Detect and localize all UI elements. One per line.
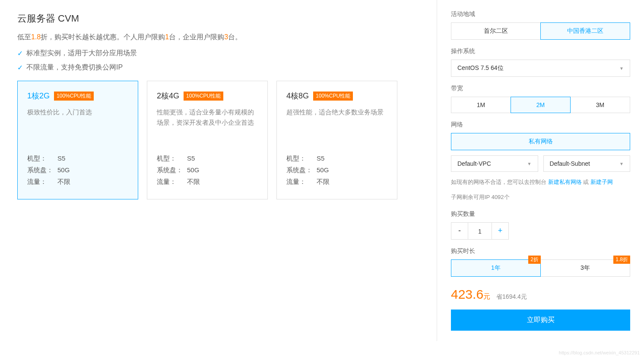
- discount-badge: 1.8折: [613, 256, 630, 264]
- region-option-hongkong[interactable]: 中国香港二区: [540, 22, 630, 40]
- network-type-private[interactable]: 私有网络: [451, 133, 630, 150]
- card-spec: 2核4G: [157, 91, 179, 101]
- buy-now-button[interactable]: 立即购买: [451, 310, 630, 331]
- card-spec: 4核8G: [286, 91, 309, 101]
- os-select[interactable]: CentOS 7.5 64位 ▼: [451, 60, 630, 77]
- cpu-badge: 100%CPU性能: [313, 92, 353, 101]
- quantity-label: 购买数量: [451, 210, 630, 218]
- network-hint: 如现有的网络不合适，您可以去控制台 新建私有网络 或 新建子网: [451, 177, 630, 187]
- duration-option-1y[interactable]: 1年 2折: [451, 259, 541, 277]
- card-disk: 系统盘：50G: [157, 166, 258, 174]
- caret-down-icon: ▼: [527, 161, 532, 166]
- discount-badge: 2折: [528, 256, 541, 264]
- card-desc: 极致性价比，入门首选: [27, 107, 128, 137]
- bw-option-2m[interactable]: 2M: [511, 97, 571, 113]
- network-label: 网络: [451, 121, 630, 129]
- caret-down-icon: ▼: [619, 161, 624, 166]
- check-icon: ✓: [17, 63, 23, 72]
- region-label: 活动地域: [451, 10, 630, 18]
- check-icon: ✓: [17, 49, 23, 57]
- duration-option-3y[interactable]: 3年 1.8折: [540, 259, 630, 277]
- bandwidth-label: 带宽: [451, 85, 630, 92]
- qty-plus-button[interactable]: +: [492, 222, 509, 240]
- region-option-seoul[interactable]: 首尔二区: [451, 22, 541, 40]
- bw-option-3m[interactable]: 3M: [570, 97, 630, 113]
- feature-row: ✓ 不限流量，支持免费切换公网IP: [17, 63, 419, 72]
- vpc-value: Default-VPC: [457, 160, 491, 167]
- card-model: 机型：S5: [286, 155, 387, 163]
- spec-card-1c2g[interactable]: 1核2G 100%CPU性能 极致性价比，入门首选 机型：S5 系统盘：50G …: [17, 81, 138, 199]
- create-vpc-link[interactable]: 新建私有网络: [548, 179, 582, 185]
- subnet-value: Default-Subnet: [550, 160, 590, 167]
- page-title: 云服务器 CVM: [17, 12, 419, 25]
- os-value: CentOS 7.5 64位: [457, 64, 504, 72]
- card-disk: 系统盘：50G: [27, 166, 128, 174]
- vpc-select[interactable]: Default-VPC ▼: [451, 155, 538, 172]
- card-spec: 1核2G: [27, 91, 50, 101]
- card-desc: 超强性能，适合绝大多数业务场景: [286, 107, 387, 137]
- card-desc: 性能更强，适合业务量小有规模的场景，资深开发者及中小企业首选: [157, 107, 258, 137]
- spec-card-4c8g[interactable]: 4核8G 100%CPU性能 超强性能，适合绝大多数业务场景 机型：S5 系统盘…: [276, 81, 397, 199]
- cpu-badge: 100%CPU性能: [54, 92, 94, 101]
- card-flow: 流量：不限: [286, 178, 387, 186]
- duration-label: 购买时长: [451, 247, 630, 255]
- qty-value[interactable]: 1: [468, 222, 492, 240]
- feature-row: ✓ 标准型实例，适用于大部分应用场景: [17, 49, 419, 58]
- page-subtitle: 低至1.8折，购买时长越长越优惠。个人用户限购1台，企业用户限购3台。: [17, 33, 419, 42]
- caret-down-icon: ▼: [619, 66, 624, 71]
- card-flow: 流量：不限: [157, 178, 258, 186]
- spec-card-2c4g[interactable]: 2核4G 100%CPU性能 性能更强，适合业务量小有规模的场景，资深开发者及中…: [147, 81, 268, 199]
- saving-text: 省1694.4元: [496, 293, 527, 301]
- cpu-badge: 100%CPU性能: [184, 92, 223, 101]
- card-disk: 系统盘：50G: [286, 166, 387, 174]
- price: 423.6元: [451, 287, 490, 302]
- spec-cards: 1核2G 100%CPU性能 极致性价比，入门首选 机型：S5 系统盘：50G …: [17, 81, 419, 199]
- create-subnet-link[interactable]: 新建子网: [590, 179, 613, 185]
- card-flow: 流量：不限: [27, 178, 128, 186]
- os-label: 操作系统: [451, 47, 630, 55]
- subnet-ip-hint: 子网剩余可用IP 4092个: [451, 192, 630, 202]
- bw-option-1m[interactable]: 1M: [451, 97, 511, 113]
- subnet-select[interactable]: Default-Subnet ▼: [543, 155, 631, 172]
- card-model: 机型：S5: [157, 155, 258, 163]
- qty-minus-button[interactable]: -: [451, 222, 468, 240]
- card-model: 机型：S5: [27, 155, 128, 163]
